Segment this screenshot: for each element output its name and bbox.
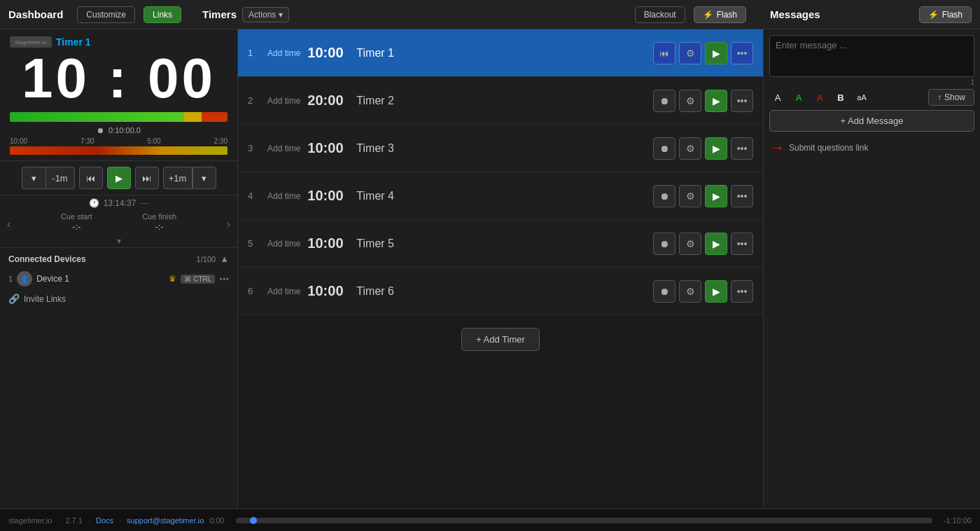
timer-controls: ⏺ ⚙ ▶ ••• bbox=[653, 280, 753, 303]
ctrl-badge: ⌘ CTRL bbox=[181, 275, 215, 284]
add-message-button[interactable]: + Add Message bbox=[769, 110, 974, 132]
timer-more-button[interactable]: ••• bbox=[731, 280, 753, 303]
show-button[interactable]: ↑ Show bbox=[928, 89, 974, 106]
flash-right-button[interactable]: ⚡ Flash bbox=[919, 6, 972, 23]
marker-bar bbox=[10, 146, 227, 155]
flash-button[interactable]: ⚡ Flash bbox=[694, 6, 746, 23]
timer-row-num: 4 bbox=[248, 191, 260, 201]
timer-row-num: 5 bbox=[248, 238, 260, 249]
timer-settings-button[interactable]: ⚙ bbox=[679, 280, 701, 303]
play-button[interactable]: ▶ bbox=[107, 167, 131, 189]
add-time-button[interactable]: Add time bbox=[267, 239, 300, 249]
docs-link[interactable]: Docs bbox=[96, 516, 113, 525]
progress-timeline[interactable] bbox=[236, 518, 932, 523]
message-input[interactable] bbox=[769, 35, 974, 77]
timer-row-num: 3 bbox=[248, 143, 260, 153]
add-time-button[interactable]: Add time bbox=[267, 48, 300, 58]
format-green-button[interactable]: A bbox=[790, 90, 807, 105]
marker-4: 2:30 bbox=[214, 137, 227, 145]
add-time-button[interactable]: Add time bbox=[267, 144, 300, 153]
timer-prev-button[interactable]: ⏺ bbox=[653, 137, 676, 160]
timer-more-button[interactable]: ••• bbox=[731, 42, 753, 64]
timer-play-button[interactable]: ▶ bbox=[705, 137, 727, 160]
invite-links-button[interactable]: 🔗 Invite Links bbox=[8, 289, 229, 307]
connected-devices-section: Connected Devices 1/100 ▲ 1 👤 Device 1 ♛… bbox=[0, 247, 237, 310]
timer-play-button[interactable]: ▶ bbox=[705, 185, 727, 207]
format-white-button[interactable]: A bbox=[769, 90, 786, 105]
timer-settings-button[interactable]: ⚙ bbox=[679, 233, 701, 255]
timer-more-button[interactable]: ••• bbox=[731, 90, 753, 112]
actions-button[interactable]: Actions ▾ bbox=[242, 7, 289, 22]
marker-3: 5:00 bbox=[147, 137, 160, 145]
clock-value: 13:14:37 bbox=[104, 198, 136, 208]
arrow-annotation: → Submit questions link bbox=[769, 136, 974, 160]
marker-2: 7:30 bbox=[80, 137, 94, 145]
cue-row: ‹ Cue start -:- Cue finish -:- › bbox=[0, 209, 237, 235]
main-content: stagetimer.io Timer 1 10 : 00 ⏺ 0:10:00.… bbox=[0, 29, 980, 509]
prev-cue-arrow[interactable]: ‹ bbox=[7, 212, 10, 230]
prev-button[interactable]: ⏮ bbox=[79, 167, 103, 189]
flash-icon: ⚡ bbox=[703, 10, 713, 20]
add-time-button[interactable]: Add time bbox=[267, 96, 300, 106]
next-cue-arrow[interactable]: › bbox=[227, 212, 230, 230]
timer-settings-button[interactable]: ⚙ bbox=[679, 185, 701, 207]
next-button[interactable]: ⏭ bbox=[135, 167, 159, 189]
timer-row-name: Timer 3 bbox=[356, 142, 646, 155]
timer-play-button[interactable]: ▶ bbox=[705, 90, 727, 112]
timer-settings-button[interactable]: ⚙ bbox=[679, 42, 701, 64]
marker-1: 10:00 bbox=[10, 137, 27, 145]
collapse-icon[interactable]: ▲ bbox=[220, 254, 229, 264]
add-time-button[interactable]: Add time bbox=[267, 287, 300, 296]
timer-play-button[interactable]: ▶ bbox=[705, 280, 727, 303]
timer-more-button[interactable]: ••• bbox=[731, 233, 753, 255]
timeline-dot bbox=[250, 517, 257, 524]
add-timer-button[interactable]: + Add Timer bbox=[461, 328, 540, 351]
version-label: 2.7.1 bbox=[65, 516, 82, 525]
active-timer-name: Timer 1 bbox=[56, 36, 91, 48]
timer-prev-button[interactable]: ⏺ bbox=[653, 280, 676, 303]
timer-prev-button[interactable]: ⏺ bbox=[653, 90, 676, 112]
cue-finish-item: Cue finish -:- bbox=[142, 212, 176, 232]
dropdown-right-button[interactable]: ▾ bbox=[192, 167, 216, 189]
timer-settings-button[interactable]: ⚙ bbox=[679, 137, 701, 160]
format-bar: A A A B aA ↑ Show bbox=[769, 89, 974, 106]
timer-row: 2 Add time 20:00 Timer 2 ⏺ ⚙ ▶ ••• bbox=[238, 77, 763, 125]
timer-prev-button[interactable]: ⏺ bbox=[653, 233, 676, 255]
timer-play-button[interactable]: ▶ bbox=[705, 42, 727, 64]
top-bar: Dashboard Customize Links Timers Actions… bbox=[0, 0, 980, 29]
timer-prev-button[interactable]: ⏺ bbox=[653, 185, 676, 207]
timer-prev-button[interactable]: ⏮ bbox=[653, 42, 676, 64]
timer-more-button[interactable]: ••• bbox=[731, 137, 753, 160]
timer-row: 3 Add time 10:00 Timer 3 ⏺ ⚙ ▶ ••• bbox=[238, 125, 763, 172]
timer-row-name: Timer 6 bbox=[356, 285, 646, 298]
customize-button[interactable]: Customize bbox=[77, 6, 135, 23]
progress-green bbox=[10, 112, 184, 122]
blackout-button[interactable]: Blackout bbox=[635, 6, 685, 23]
links-button[interactable]: Links bbox=[144, 6, 181, 23]
device-menu-button[interactable]: ••• bbox=[219, 274, 229, 284]
brand-logo: stagetimer.io bbox=[10, 36, 52, 48]
expand-icon[interactable]: ▾ bbox=[117, 236, 121, 246]
plus-time-button[interactable]: +1m bbox=[163, 167, 192, 189]
expand-row: ▾ bbox=[0, 235, 237, 247]
timer-row-time: 10:00 bbox=[307, 140, 349, 156]
dropdown-left-button[interactable]: ▾ bbox=[22, 167, 46, 189]
center-panel: 1 Add time 10:00 Timer 1 ⏮ ⚙ ▶ ••• 2 Add… bbox=[238, 29, 763, 509]
red-arrow-icon: → bbox=[769, 139, 785, 157]
support-link[interactable]: support@stagetimer.io bbox=[127, 516, 204, 525]
format-size-button[interactable]: aA bbox=[853, 90, 870, 105]
bottom-bar: stagetimer.io · 2.7.1 · Docs · support@s… bbox=[0, 509, 980, 531]
minus-time-button[interactable]: -1m bbox=[46, 167, 75, 189]
timer-controls: ⏺ ⚙ ▶ ••• bbox=[653, 137, 753, 160]
timer-row-name: Timer 2 bbox=[356, 95, 646, 107]
timer-play-button[interactable]: ▶ bbox=[705, 233, 727, 255]
format-bold-button[interactable]: B bbox=[832, 90, 849, 105]
progress-red bbox=[202, 112, 227, 122]
plus-group: +1m ▾ bbox=[163, 167, 216, 189]
timer-settings-button[interactable]: ⚙ bbox=[679, 90, 701, 112]
clock-row: 🕐 13:14:37 — bbox=[0, 195, 237, 209]
format-red-button[interactable]: A bbox=[811, 90, 828, 105]
add-time-button[interactable]: Add time bbox=[267, 191, 300, 201]
timer-more-button[interactable]: ••• bbox=[731, 185, 753, 207]
big-timer-display: 10 : 00 bbox=[10, 50, 227, 106]
